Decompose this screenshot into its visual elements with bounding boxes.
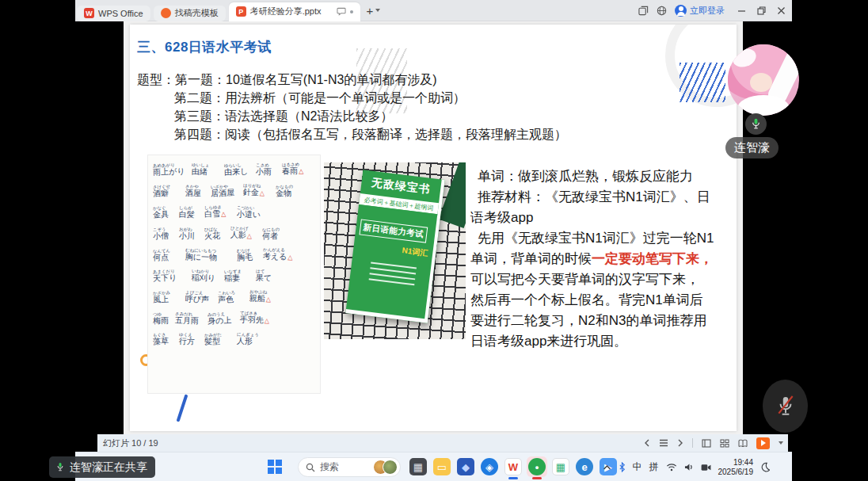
advice-emphasis-red: 一定要动笔写下来， — [592, 251, 713, 266]
red-triangle-mark: △ — [260, 189, 265, 197]
tray-chevron-up-icon[interactable] — [603, 464, 611, 471]
advice-run: 日语考级app来进行巩固。 — [470, 334, 627, 349]
bluetooth-icon[interactable] — [619, 462, 626, 472]
taskbar-icon-file-explorer-dark[interactable]: ▦ — [408, 456, 428, 477]
sharing-mic-icon — [55, 461, 65, 473]
red-triangle-mark: △ — [246, 232, 251, 239]
taskbar-icon-browser-compass[interactable]: ◈ — [479, 456, 500, 477]
vocab-row: あめあがり雨上がりゆいしょ由緒ゆらいし由来しこさめ小雨はるさめ春雨△ — [153, 161, 315, 176]
focus-assist-moon-icon[interactable] — [760, 462, 770, 472]
slide-title: 三、628日语水平考试 — [137, 38, 272, 56]
taskbar-icon-docs-blue[interactable]: ◆ — [455, 456, 476, 477]
volume-icon[interactable] — [684, 463, 694, 471]
vocab-row: つゆ梅雨さみだれ五月雨みのうえ身の上てばさき手羽先△ — [153, 310, 315, 325]
search-icon — [306, 463, 315, 472]
advice-line: 要进行二轮复习，N2和N3的单词推荐用 — [470, 311, 714, 331]
clock-date: 2025/6/19 — [718, 468, 754, 477]
slide-body-text: 题型：第一题：10道假名互写(N1-N3的单词都有涉及)第二题：用法辨析（可能是… — [137, 71, 567, 143]
advice-line: 然后再一个个标上假名。背完N1单词后 — [470, 290, 714, 311]
login-button[interactable]: 立即登录 — [675, 5, 725, 17]
slide-sorter-view-button[interactable] — [720, 439, 729, 448]
tab-list-caret-icon[interactable] — [375, 9, 380, 12]
restore-button[interactable] — [757, 6, 766, 15]
red-triangle-mark: △ — [264, 317, 268, 324]
start-button[interactable] — [268, 460, 282, 474]
taskbar-search[interactable]: 搜索 — [298, 457, 401, 477]
advice-line: 可以写把今天要背单词的汉字写下来， — [470, 269, 714, 290]
slide-menu-button[interactable] — [659, 439, 668, 447]
slide-canvas[interactable]: 三、628日语水平考试 题型：第一题：10道假名互写(N1-N3的单词都有涉及)… — [130, 25, 737, 431]
taskbar-icon-wps-office[interactable]: W — [503, 456, 523, 477]
vocab-row: さけぐせ酒癖さかや酒屋いざかや居酒屋はりがね針金△かなもの金物 — [153, 182, 315, 197]
vocab-word: こさめ小雨 — [256, 162, 276, 177]
presenter-avatar — [728, 44, 799, 116]
camera-icon[interactable] — [701, 464, 711, 471]
multi-window-icon[interactable] — [638, 6, 649, 16]
sharing-indicator[interactable]: 连智濠正在共享 — [49, 456, 155, 478]
system-tray: 中 拼 19:44 2025/6/19 — [603, 452, 771, 481]
vocab-word: もぐさ藻草 — [153, 331, 173, 346]
ime-mode-indicator[interactable]: 拼 — [649, 460, 659, 474]
vocab-word: つゆ梅雨 — [153, 311, 169, 326]
taskbar-icon-edge-browser[interactable]: e — [574, 456, 595, 477]
globe-icon[interactable] — [657, 6, 667, 16]
slideshow-play-button[interactable] — [756, 437, 770, 449]
tab-home[interactable]: WWPS Office — [77, 6, 150, 21]
advice-run: 先用《无敌绿宝书N1词汇》过完一轮N1 — [478, 231, 714, 246]
ime-language-indicator[interactable]: 中 — [633, 460, 642, 474]
prev-slide-button[interactable] — [644, 439, 650, 447]
vocab-word: こわいろ声色 — [217, 288, 243, 303]
advice-run: 单词，背单词的时候 — [470, 251, 592, 266]
normal-view-button[interactable] — [702, 439, 711, 448]
search-highlight-thumbnails — [373, 460, 398, 475]
advice-run: 可以写把今天要背单词的汉字写下来， — [470, 272, 699, 287]
vocab-word: かなぐ金具 — [153, 204, 173, 220]
tab-templates[interactable]: 找稿壳模板 — [154, 6, 226, 21]
body-line: 第三题：语法选择题（N2语法比较多） — [137, 107, 567, 125]
vocab-word: しらが白髪 — [178, 204, 198, 220]
wps-edit-area: 三、628日语水平考试 题型：第一题：10道假名互写(N1-N3的单词都有涉及)… — [124, 21, 743, 434]
advice-run: 语考级app — [470, 210, 533, 225]
advice-line: 单词，背单词的时候一定要动笔写下来， — [470, 249, 714, 269]
advice-line: 先用《无敌绿宝书N1词汇》过完一轮N1 — [470, 228, 714, 249]
vocab-word: おやぶね親船△ — [249, 288, 276, 304]
vocab-word: いなずま稲妻 — [223, 267, 249, 282]
close-button[interactable] — [777, 6, 786, 15]
vocab-word: むねにいちもつ胸に一物 — [185, 246, 231, 262]
vocab-word: はるさめ春雨△ — [282, 160, 308, 176]
meeting-shared-screen: WWPS Office找稿壳模板P考研经验分享.pptx + 立即登录 — [0, 0, 868, 481]
book-level: N1词汇 — [402, 245, 428, 259]
new-tab-button[interactable]: + — [367, 4, 374, 17]
taskbar-icon-meeting-green[interactable]: • — [527, 456, 547, 477]
taskbar-app-icons: ▦▭◆◈W•▦e▶ — [408, 456, 619, 477]
vocab-word: いざかや居酒屋 — [211, 182, 237, 197]
body-line: 题型：第一题：10道假名互写(N1-N3的单词都有涉及) — [137, 71, 567, 89]
wps-tab-bar: WWPS Office找稿壳模板P考研经验分享.pptx + 立即登录 — [75, 0, 792, 21]
vocab-word: なんてん何点 — [153, 246, 179, 261]
slideshow-options-caret-icon[interactable] — [779, 441, 783, 445]
advice-line: 推荐材料：《无敌绿宝书N1词汇》、日 — [470, 187, 714, 208]
taskbar-icon-folder-yellow[interactable]: ▭ — [432, 456, 452, 477]
minimize-button[interactable] — [737, 6, 746, 15]
handwritten-vocab-photo: あめあがり雨上がりゆいしょ由緒ゆらいし由来しこさめ小雨はるさめ春雨△さけぐせ酒癖… — [147, 155, 321, 394]
tab-document[interactable]: P考研经验分享.pptx — [229, 2, 360, 21]
vocab-word: かんがえる考える△ — [262, 246, 295, 261]
vocab-book-cover: 无敌绿宝书 必考词＋基础词＋超纲词 新日语能力考试 N1词汇 — [345, 170, 444, 323]
mute-microphone-button[interactable] — [763, 380, 808, 433]
advice-run: 要进行二轮复习，N2和N3的单词推荐用 — [470, 313, 706, 328]
vocab-row: こぞう小僧おがわ小川ひばな火花ひとかげ人影△なにもの何者 — [153, 225, 315, 240]
body-line: 第二题：用法辨析（可能是一个单词或是一个助词） — [137, 89, 567, 107]
advice-line: 日语考级app来进行巩固。 — [470, 331, 714, 352]
comment-bubble-icon[interactable] — [337, 7, 346, 16]
taskbar-icon-notes-green[interactable]: ▦ — [550, 456, 571, 477]
next-slide-button[interactable] — [677, 439, 683, 447]
vocab-word: ひとかげ人影△ — [230, 225, 256, 241]
tab-label: 考研经验分享.pptx — [250, 6, 322, 17]
vocab-word: ひばな火花 — [204, 226, 224, 241]
reading-view-button[interactable] — [738, 439, 748, 448]
vocab-word: にんぎょう人形 — [237, 330, 269, 345]
vocab-word: おがわ小川 — [178, 226, 198, 241]
taskbar-clock[interactable]: 19:44 2025/6/19 — [718, 458, 754, 477]
unsaved-dot-icon — [350, 10, 353, 13]
wifi-icon[interactable] — [666, 463, 677, 471]
